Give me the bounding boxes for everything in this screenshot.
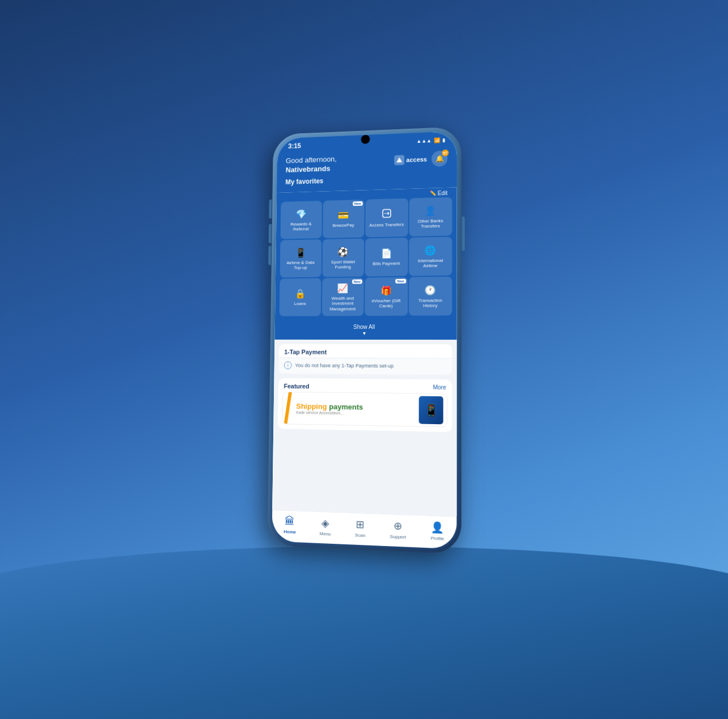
nav-scan[interactable]: ⊞ Scan (355, 518, 366, 538)
home-icon: 🏛 (285, 515, 295, 528)
loans-icon: 🔒 (295, 289, 306, 299)
fav-item-evoucher[interactable]: New 🎁 eVoucher (Gift Cards) (365, 277, 408, 315)
show-all-bar[interactable]: Show All ▾ (274, 320, 456, 340)
scan-label: Scan (355, 532, 365, 538)
greeting-block: Good afternoon, Nativebrands (286, 155, 337, 175)
fav-item-other-banks[interactable]: 👤 Other Banks Transfers (409, 197, 452, 236)
featured-card[interactable]: Shipping payments trade service AccessMo… (282, 391, 447, 427)
show-all-text: Show All (278, 323, 453, 330)
new-badge-wealth: New (352, 279, 362, 284)
info-icon: i (284, 361, 292, 369)
loans-label: Loans (294, 302, 306, 307)
notification-bell[interactable]: 🔔 57 (431, 151, 447, 167)
airtime-icon: 📱 (295, 247, 306, 258)
airtime-label: Airtime & Data Top-up (282, 260, 319, 271)
scroll-content: 1-Tap Payment i You do not have any 1-Ta… (272, 340, 456, 517)
fav-item-access-transfers[interactable]: Access Transfers (365, 198, 408, 238)
access-transfers-icon (382, 209, 391, 220)
menu-icon: ◈ (321, 517, 329, 530)
app-content: Good afternoon, Nativebrands access (272, 146, 456, 549)
sport-wallet-icon: ⚽ (337, 247, 349, 257)
phone-screen: 3:15 ▲▲▲ 📶 ▮ Good afternoon, Nativebrand… (272, 131, 456, 549)
edit-button[interactable]: ✏️ Edit (430, 190, 448, 197)
profile-label: Profile (431, 535, 445, 541)
bills-icon: 📄 (380, 248, 392, 259)
tap-payment-title: 1-Tap Payment (279, 344, 452, 358)
favorites-grid: 💎 Rewards & Referral New 💳 BreezePay (275, 197, 457, 320)
featured-text-area: Shipping payments trade service AccessMo… (291, 398, 418, 420)
sport-wallet-label: Sport Wallet Funding (324, 259, 362, 270)
nav-profile[interactable]: 👤 Profile (431, 521, 445, 541)
support-icon: ⊕ (393, 519, 402, 532)
header-top: Good afternoon, Nativebrands access (286, 151, 448, 175)
favorites-title: My favorites (285, 173, 447, 186)
scan-icon: ⊞ (356, 518, 365, 531)
logo-text: access (406, 156, 427, 163)
svg-marker-0 (397, 157, 403, 162)
rewards-icon: 💎 (295, 209, 306, 219)
bottom-nav: 🏛 Home ◈ Menu ⊞ Scan ⊕ Support (272, 510, 456, 549)
featured-title: Featured (284, 383, 310, 390)
fav-item-bills[interactable]: 📄 Bills Payment (365, 238, 408, 277)
signal-icon: ▲▲▲ (416, 138, 431, 144)
logo-svg (396, 157, 403, 163)
intl-airtime-icon: 🌐 (425, 245, 436, 256)
intl-airtime-label: International Airtime (411, 257, 450, 269)
notification-badge: 57 (442, 149, 448, 156)
fav-item-loans[interactable]: 🔒 Loans (280, 278, 321, 316)
fav-item-airtime[interactable]: 📱 Airtime & Data Top-up (280, 239, 321, 277)
fav-item-wealth[interactable]: New 📈 Wealth and Investment Management (321, 277, 363, 316)
wifi-icon: 📶 (434, 137, 440, 143)
payments-word: payments (329, 403, 363, 412)
fav-item-transaction-history[interactable]: 🕐 Transaction History (409, 277, 452, 316)
chevron-down-icon: ▾ (278, 330, 453, 336)
username-text: Nativebrands (286, 164, 337, 175)
profile-icon: 👤 (431, 521, 444, 534)
featured-header: Featured More (278, 378, 452, 394)
new-badge-evoucher: New (395, 279, 405, 284)
rewards-label: Rewards & Referral (283, 221, 320, 232)
logo-icon (395, 155, 405, 165)
nav-menu[interactable]: ◈ Menu (320, 517, 331, 536)
wealth-icon: 📈 (337, 283, 349, 294)
fav-item-breezepay[interactable]: New 💳 BreezePay (323, 200, 365, 238)
header-section: Good afternoon, Nativebrands access (277, 146, 456, 193)
access-logo: access (395, 154, 428, 166)
nav-home[interactable]: 🏛 Home (283, 515, 296, 535)
evoucher-label: eVoucher (Gift Cards) (367, 298, 405, 309)
status-time: 3:15 (288, 142, 301, 150)
fav-item-intl-airtime[interactable]: 🌐 International Airtime (409, 236, 452, 276)
bills-label: Bills Payment (373, 261, 400, 267)
breezepay-icon: 💳 (338, 210, 349, 221)
pencil-icon: ✏️ (430, 191, 436, 196)
header-right: access 🔔 57 (395, 151, 448, 168)
featured-image: 📱 (419, 396, 443, 424)
menu-label: Menu (320, 531, 331, 537)
featured-image-icon: 📱 (424, 403, 438, 417)
status-icons: ▲▲▲ 📶 ▮ (416, 137, 445, 144)
home-label: Home (283, 529, 296, 535)
breezepay-label: BreezePay (332, 223, 354, 229)
fav-item-sport-wallet[interactable]: ⚽ Sport Wallet Funding (322, 238, 364, 277)
nav-support[interactable]: ⊕ Support (390, 519, 406, 540)
evoucher-icon: 🎁 (380, 285, 392, 296)
phone-device: 3:15 ▲▲▲ 📶 ▮ Good afternoon, Nativebrand… (268, 126, 462, 554)
transaction-history-label: Transaction History (411, 298, 450, 309)
phone-frame: 3:15 ▲▲▲ 📶 ▮ Good afternoon, Nativebrand… (268, 126, 462, 554)
bottom-surface (0, 546, 728, 719)
tap-payment-content: i You do not have any 1-Tap Payments set… (278, 357, 452, 375)
tap-payment-section: 1-Tap Payment i You do not have any 1-Ta… (278, 344, 452, 375)
new-badge-breezepay: New (353, 201, 363, 206)
fav-item-rewards[interactable]: 💎 Rewards & Referral (281, 201, 322, 239)
bell-symbol: 🔔 (435, 154, 444, 163)
featured-stripe (284, 392, 292, 424)
other-banks-icon: 👤 (425, 205, 436, 216)
featured-section: Featured More Shipping payments trade se… (278, 378, 452, 432)
tap-payment-message: You do not have any 1-Tap Payments set-u… (295, 362, 393, 369)
battery-icon: ▮ (442, 137, 445, 143)
shipping-word: Shipping (296, 402, 327, 411)
transfer-svg (382, 209, 391, 218)
transaction-history-icon: 🕐 (425, 285, 436, 295)
edit-label: Edit (438, 190, 447, 196)
more-link[interactable]: More (433, 384, 446, 391)
